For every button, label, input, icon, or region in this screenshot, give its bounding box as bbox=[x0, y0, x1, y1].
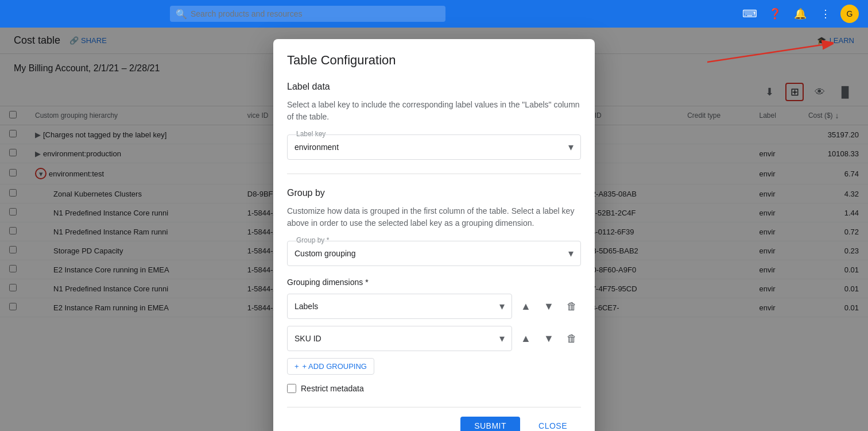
main-area: Cost table 🔗 SHARE 🎓 LEARN My Billing Ac… bbox=[0, 28, 868, 431]
add-icon: + bbox=[294, 362, 299, 371]
label-data-title: Label data bbox=[287, 82, 581, 92]
dimension-up-1[interactable]: ▲ bbox=[517, 297, 535, 315]
nav-bell-icon[interactable]: 🔔 bbox=[790, 3, 811, 24]
dimension-arrow-2: ▾ bbox=[499, 332, 505, 345]
nav-terminal-icon[interactable]: ⌨ bbox=[739, 3, 760, 24]
nav-help-icon[interactable]: ❓ bbox=[765, 3, 785, 24]
group-by-dropdown-icon: ▾ bbox=[568, 247, 574, 260]
group-by-select[interactable]: Custom grouping ▾ bbox=[287, 241, 581, 266]
group-by-desc: Customize how data is grouped in the fir… bbox=[287, 205, 581, 229]
dimension-row-2: SKU ID ▾ ▲ ▼ 🗑 bbox=[287, 326, 581, 351]
label-key-field: Label key environment ▾ bbox=[287, 134, 581, 160]
restrict-metadata-checkbox[interactable] bbox=[287, 384, 296, 393]
search-input[interactable] bbox=[170, 6, 445, 22]
close-button[interactable]: CLOSE bbox=[525, 417, 581, 431]
dimension-down-1[interactable]: ▼ bbox=[540, 297, 558, 315]
svg-line-1 bbox=[707, 45, 822, 62]
dimension-value-2: SKU ID bbox=[294, 334, 499, 343]
search-wrap: 🔍 bbox=[170, 6, 445, 22]
nav-icons: ⌨ ❓ 🔔 ⋮ G bbox=[739, 3, 859, 24]
red-arrow-annotation bbox=[707, 39, 834, 85]
group-by-field: Group by * Custom grouping ▾ bbox=[287, 241, 581, 266]
add-grouping-button[interactable]: + + ADD GROUPING bbox=[287, 358, 374, 375]
group-by-value: Custom grouping bbox=[294, 249, 568, 258]
grouping-dimensions-label: Grouping dimensions * bbox=[287, 278, 581, 287]
modal-overlay: Table Configuration Label data Select a … bbox=[0, 28, 868, 431]
dimension-down-2[interactable]: ▼ bbox=[540, 329, 558, 348]
label-key-value: environment bbox=[294, 143, 568, 152]
dimension-row-1: Labels ▾ ▲ ▼ 🗑 bbox=[287, 294, 581, 319]
modal-title: Table Configuration bbox=[287, 53, 581, 68]
top-nav: 🔍 ⌨ ❓ 🔔 ⋮ G bbox=[0, 0, 868, 28]
restrict-metadata-label: Restrict metadata bbox=[301, 384, 364, 393]
submit-button[interactable]: SUBMIT bbox=[460, 417, 520, 431]
nav-more-icon[interactable]: ⋮ bbox=[815, 3, 836, 24]
dimension-select-2[interactable]: SKU ID ▾ bbox=[287, 326, 512, 351]
label-key-select[interactable]: environment ▾ bbox=[287, 134, 581, 160]
dimension-arrow-1: ▾ bbox=[499, 300, 505, 313]
dimension-select-1[interactable]: Labels ▾ bbox=[287, 294, 512, 319]
dimension-delete-1[interactable]: 🗑 bbox=[563, 297, 581, 315]
modal-actions: SUBMIT CLOSE bbox=[287, 407, 581, 431]
avatar[interactable]: G bbox=[840, 5, 859, 23]
dimension-delete-2[interactable]: 🗑 bbox=[563, 329, 581, 348]
add-grouping-label: + ADD GROUPING bbox=[303, 362, 367, 371]
dimension-value-1: Labels bbox=[294, 302, 499, 311]
divider bbox=[287, 174, 581, 174]
label-key-dropdown-icon: ▾ bbox=[568, 141, 574, 153]
label-data-desc: Select a label key to include the corres… bbox=[287, 99, 581, 123]
group-by-section: Group by Customize how data is grouped i… bbox=[287, 188, 581, 393]
modal-dialog: Table Configuration Label data Select a … bbox=[273, 39, 595, 431]
dimension-up-2[interactable]: ▲ bbox=[517, 329, 535, 348]
restrict-metadata-row: Restrict metadata bbox=[287, 384, 581, 393]
group-by-title: Group by bbox=[287, 188, 581, 198]
